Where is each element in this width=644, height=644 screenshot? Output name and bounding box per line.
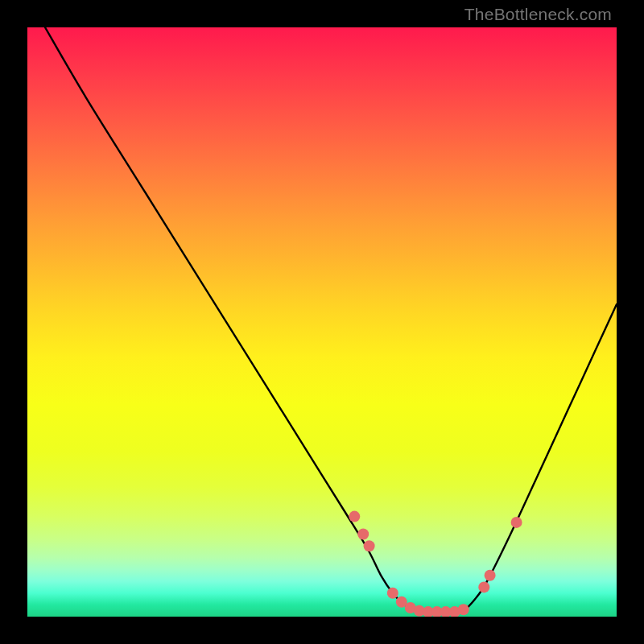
attribution-text: TheBottleneck.com — [464, 5, 612, 24]
marker-dot — [478, 581, 489, 592]
marker-dot — [349, 511, 360, 522]
marker-dot — [485, 570, 496, 581]
marker-dot — [511, 517, 522, 528]
chart-frame: TheBottleneck.com — [0, 0, 644, 644]
plot-area — [27, 27, 617, 617]
marker-dot — [364, 540, 375, 551]
marker-dot — [357, 529, 369, 540]
marker-dot — [458, 604, 469, 615]
curve-svg — [27, 27, 617, 617]
marker-dot — [387, 588, 398, 599]
bottleneck-curve — [45, 27, 617, 614]
